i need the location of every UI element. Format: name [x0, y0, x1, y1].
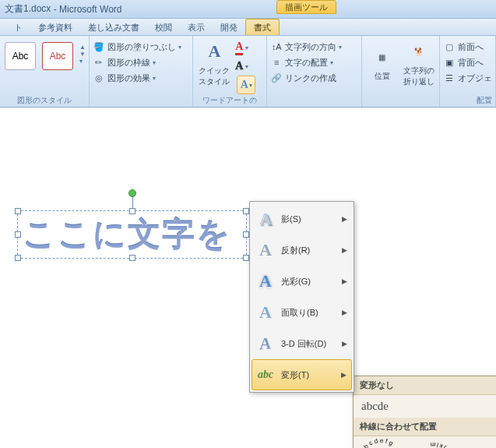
tab-view[interactable]: 表示 — [180, 19, 213, 35]
bring-forward-button[interactable]: ▢前面へ — [443, 39, 492, 55]
doc-title: 文書1.docx — [5, 2, 51, 16]
selection-pane-button[interactable]: ☰オブジェ — [443, 70, 492, 86]
wrap-text-icon: 🐕 — [406, 39, 431, 64]
tab-developer[interactable]: 開発 — [213, 19, 245, 35]
rotate-handle[interactable] — [128, 189, 136, 197]
resize-handle-tm[interactable] — [129, 208, 135, 214]
resize-handle-tl[interactable] — [15, 208, 21, 214]
shape-style-gallery-1[interactable]: Abc — [5, 42, 36, 70]
paint-bucket-icon: 🪣 — [93, 41, 105, 53]
shape-outline-button[interactable]: ✏図形の枠線▾ — [93, 55, 189, 70]
position-icon: ▦ — [370, 44, 395, 69]
submenu-arrow-icon: ▶ — [342, 215, 347, 223]
text-direction-button[interactable]: ↕A文字列の方向▾ — [270, 39, 358, 55]
resize-handle-bl[interactable] — [15, 255, 21, 261]
menu-shadow[interactable]: A 影(S)▶ — [252, 203, 352, 235]
svg-text:a b c d e f g: a b c d e f g — [361, 439, 394, 448]
resize-handle-bm[interactable] — [129, 255, 135, 261]
text-align-button[interactable]: ≡文字の配置▾ — [270, 55, 358, 70]
ribbon: Abc Abc ▲ ▼ ▾ 図形のスタイル 🪣図形の塗りつぶし▾ ✏図形の枠線▾… — [0, 36, 496, 108]
shadow-icon: A — [256, 210, 275, 228]
bring-forward-icon: ▢ — [443, 41, 456, 53]
text-effects-menu: A 影(S)▶ A 反射(R)▶ A 光彩(G)▶ A 面取り(B)▶ A 3-… — [249, 201, 354, 393]
position-button[interactable]: ▦ 位置 — [365, 37, 399, 89]
shape-style-gallery-2[interactable]: Abc — [42, 42, 73, 70]
tab-references[interactable]: 参考資料 — [30, 19, 80, 35]
pencil-icon: ✏ — [93, 56, 105, 69]
group-label-shape-styles: 図形のスタイル — [0, 95, 89, 106]
submenu-arrow-icon: ▶ — [342, 277, 347, 285]
menu-glow[interactable]: A 光彩(G)▶ — [252, 266, 352, 297]
link-icon: 🔗 — [270, 72, 283, 84]
wrap-text-button[interactable]: 🐕 文字列の 折り返し — [403, 37, 437, 89]
gallery-down-icon[interactable]: ▼ — [79, 51, 86, 58]
menu-reflection[interactable]: A 反射(R)▶ — [252, 235, 352, 266]
app-name: Microsoft Word — [59, 4, 121, 15]
title-bar: 文書1.docx - Microsoft Word — [0, 0, 496, 19]
send-backward-button[interactable]: ▣背面へ — [443, 55, 492, 70]
resize-handle-tr[interactable] — [243, 208, 249, 214]
create-link-button[interactable]: 🔗リンクの作成 — [270, 70, 358, 86]
group-arrange-2: ▢前面へ ▣背面へ ☰オブジェ 配置 — [440, 36, 496, 107]
menu-3d-rotation[interactable]: A 3-D 回転(D)▶ — [252, 328, 352, 359]
title-sep: - — [51, 4, 59, 15]
reflection-icon: A — [256, 241, 275, 259]
resize-handle-mr[interactable] — [243, 231, 249, 238]
contextual-tab-label: 描画ツール — [276, 0, 336, 14]
wordart-object[interactable]: ここに文字を — [17, 210, 247, 259]
text-direction-icon: ↕A — [270, 41, 283, 53]
3d-rotation-icon: A — [256, 334, 275, 353]
shape-fill-button[interactable]: 🪣図形の塗りつぶし▾ — [93, 39, 189, 55]
text-effects-button[interactable]: A▾ — [237, 76, 255, 94]
text-outline-icon: A — [235, 60, 243, 72]
group-wordart-styles: A クイック スタイル A▾ A▾ A▾ ワードアートの — [193, 36, 267, 107]
document-canvas[interactable]: ここに文字を A 影(S)▶ A 反射(R)▶ A 光彩(G)▶ A 面取り(B… — [0, 108, 496, 448]
rotate-line — [132, 197, 133, 208]
group-arrange-1: ▦ 位置 🐕 文字列の 折り返し — [362, 36, 440, 107]
tab-format[interactable]: 書式 — [245, 19, 280, 35]
text-outline-button[interactable]: A▾ — [235, 58, 255, 74]
transform-circle-option-1[interactable]: a b c d e f g — [361, 439, 400, 448]
resize-handle-br[interactable] — [243, 255, 249, 261]
quick-styles-button[interactable]: A クイック スタイル — [196, 37, 232, 89]
transform-icon: abc — [256, 365, 275, 384]
tab-partial[interactable]: ト — [6, 19, 30, 35]
transform-none-option[interactable]: abcde — [361, 400, 389, 413]
gallery-up-icon[interactable]: ▲ — [79, 44, 86, 51]
transform-submenu: 変形なし abcde 枠線に合わせて配置 a b c d e f g h i j… — [353, 376, 496, 448]
resize-handle-ml[interactable] — [15, 231, 21, 238]
group-label-arrange: 配置 — [477, 95, 492, 106]
submenu-arrow-icon: ▶ — [342, 246, 347, 254]
svg-text:h i j k l m: h i j k l m — [430, 441, 451, 448]
transform-circle-option-2[interactable]: h i j k l m — [414, 439, 453, 448]
selection-icon: ☰ — [443, 72, 456, 84]
text-align-icon: ≡ — [270, 56, 283, 69]
menu-bevel[interactable]: A 面取り(B)▶ — [252, 297, 352, 328]
ribbon-tabs: ト 参考資料 差し込み文書 校閲 表示 開発 書式 — [0, 19, 496, 36]
transform-none-header: 変形なし — [354, 376, 496, 395]
submenu-arrow-icon: ▶ — [342, 340, 347, 347]
group-label-wordart: ワードアートの — [193, 95, 266, 106]
group-shape-format: 🪣図形の塗りつぶし▾ ✏図形の枠線▾ ◎図形の効果▾ — [90, 36, 193, 107]
submenu-arrow-icon: ▶ — [341, 371, 346, 379]
menu-transform[interactable]: abc 変形(T)▶ — [252, 359, 352, 390]
gallery-more-icon[interactable]: ▾ — [79, 58, 86, 65]
tab-mailings[interactable]: 差し込み文書 — [80, 19, 147, 35]
quick-styles-icon: A — [202, 39, 227, 64]
group-text: ↕A文字列の方向▾ ≡文字の配置▾ 🔗リンクの作成 — [267, 36, 362, 107]
bevel-icon: A — [256, 303, 275, 322]
tab-review[interactable]: 校閲 — [147, 19, 180, 35]
wordart-text[interactable]: ここに文字を — [18, 211, 246, 258]
submenu-arrow-icon: ▶ — [342, 309, 347, 316]
transform-follow-path-header: 枠線に合わせて配置 — [354, 418, 496, 436]
shape-effects-button[interactable]: ◎図形の効果▾ — [93, 70, 189, 86]
group-shape-styles: Abc Abc ▲ ▼ ▾ 図形のスタイル — [0, 36, 90, 107]
glow-icon: A — [256, 272, 275, 291]
text-fill-button[interactable]: A▾ — [235, 39, 255, 57]
send-backward-icon: ▣ — [443, 56, 456, 69]
effects-icon: ◎ — [93, 72, 105, 84]
text-fill-icon: A — [235, 41, 243, 55]
text-effects-icon: A — [241, 79, 248, 91]
